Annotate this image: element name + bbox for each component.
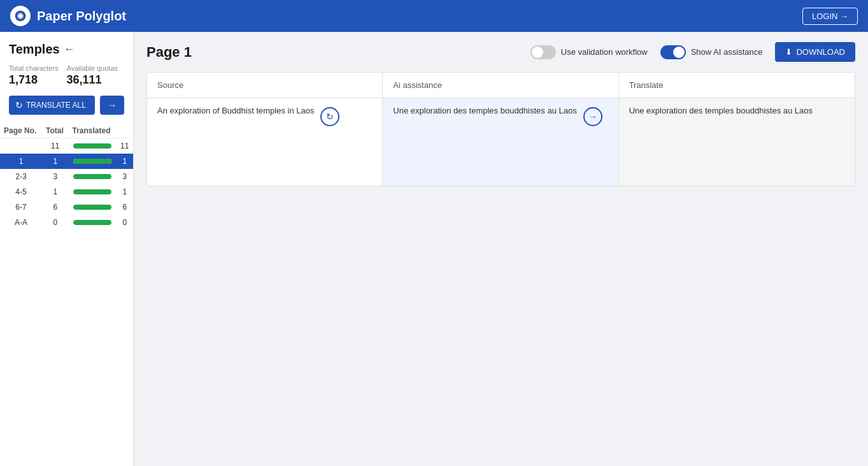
cell-translated: 6: [117, 200, 133, 215]
cell-total: 1: [42, 154, 68, 169]
cell-page: 6-7: [0, 200, 42, 215]
login-button[interactable]: LOGIN →: [802, 8, 858, 25]
rotate-icon: ↻: [326, 112, 334, 122]
table-row[interactable]: 6-766: [0, 200, 133, 215]
table-row[interactable]: 2-333: [0, 169, 133, 184]
cell-progress: [68, 215, 116, 230]
cell-progress: [68, 200, 116, 215]
ai-toggle-knob: [673, 47, 685, 58]
cell-total: 11: [42, 138, 68, 154]
ai-toggle-group: Show AI assistance: [660, 45, 763, 59]
cell-page: 2-3: [0, 169, 42, 184]
cell-translated: 1: [117, 184, 133, 200]
table-header-row: Page No. Total Translated: [0, 124, 133, 138]
translate-textarea[interactable]: [629, 106, 844, 176]
col-total: Total: [42, 124, 68, 138]
svg-point-1: [19, 15, 22, 18]
cell-translated: 1: [117, 154, 133, 169]
cell-page: 4-5: [0, 184, 42, 200]
quota-label: Available quotas: [67, 64, 125, 72]
page-title: Page 1: [146, 44, 192, 61]
column-headers: Source Ai assistance Translate: [147, 73, 855, 98]
source-text: An exploration of Buddhist temples in La…: [157, 106, 314, 115]
cell-total: 3: [42, 169, 68, 184]
cell-progress: [68, 184, 116, 200]
source-column: An exploration of Buddhist temples in La…: [147, 98, 383, 186]
total-chars-label: Total characters: [9, 64, 67, 72]
validation-toggle-knob: [532, 47, 543, 58]
translate-btn-row: ↻ TRANSLATE ALL →: [0, 96, 133, 124]
download-button[interactable]: ⬇ DOWNLOAD: [775, 42, 855, 62]
page-table: Page No. Total Translated 11111112-3334-…: [0, 124, 133, 230]
validation-toggle[interactable]: [530, 45, 556, 59]
cell-translated: 3: [117, 169, 133, 184]
translate-column: [619, 98, 855, 186]
translate-all-button[interactable]: ↻ TRANSLATE ALL: [9, 96, 95, 115]
main-content: Page 1 Use validation workflow Show AI a…: [134, 32, 868, 466]
source-arrow-button[interactable]: ↻: [320, 107, 339, 126]
sidebar-stats: Total characters 1,718 Available quotas …: [0, 64, 133, 96]
column-content: An exploration of Buddhist temples in La…: [147, 98, 855, 186]
source-col-header: Source: [147, 73, 383, 98]
translation-area: Source Ai assistance Translate An explor…: [146, 72, 855, 186]
cell-progress: [68, 169, 116, 184]
app-header: Paper Polyglot LOGIN →: [0, 0, 868, 32]
table-row[interactable]: A-A00: [0, 215, 133, 230]
cell-total: 1: [42, 184, 68, 200]
table-row[interactable]: 111: [0, 154, 133, 169]
translate-col-header: Translate: [619, 73, 855, 98]
ai-col-header: Ai assistance: [383, 73, 618, 98]
sidebar: Temples ← Total characters 1,718 Availab…: [0, 32, 134, 466]
total-chars-block: Total characters 1,718: [9, 64, 67, 87]
logo-icon: [10, 6, 31, 26]
validation-toggle-group: Use validation workflow: [530, 45, 648, 59]
cell-page: [0, 138, 42, 154]
translate-all-label: TRANSLATE ALL: [26, 101, 86, 110]
cell-progress: [68, 154, 116, 169]
page-actions: Use validation workflow Show AI assistan…: [530, 42, 855, 62]
sidebar-title-group: Temples ←: [0, 42, 133, 64]
quota-value: 36,111: [67, 73, 125, 87]
cell-translated: 0: [117, 215, 133, 230]
cell-page: A-A: [0, 215, 42, 230]
ai-column: Une exploration des temples bouddhistes …: [383, 98, 618, 186]
ai-arrow-button[interactable]: →: [583, 107, 602, 126]
project-title: Temples: [9, 42, 60, 57]
refresh-icon: ↻: [15, 100, 23, 110]
ai-text: Une exploration des temples bouddhistes …: [393, 106, 576, 115]
col-page-no: Page No.: [0, 124, 42, 138]
download-icon: ⬇: [785, 47, 792, 57]
col-translated: Translated: [68, 124, 116, 138]
col-count: [117, 124, 133, 138]
page-header: Page 1 Use validation workflow Show AI a…: [134, 32, 868, 72]
logo-text: Paper Polyglot: [37, 9, 126, 24]
cell-total: 6: [42, 200, 68, 215]
right-arrow-icon: →: [588, 112, 597, 122]
cell-page: 1: [0, 154, 42, 169]
quota-block: Available quotas 36,111: [67, 64, 125, 87]
ai-label: Show AI assistance: [691, 47, 763, 57]
cell-progress: [68, 138, 116, 154]
cell-total: 0: [42, 215, 68, 230]
ai-toggle[interactable]: [660, 45, 686, 59]
next-arrow-button[interactable]: →: [100, 96, 124, 115]
cell-translated: 11: [117, 138, 133, 154]
logo: Paper Polyglot: [10, 6, 126, 26]
back-arrow[interactable]: ←: [64, 43, 75, 56]
validation-label: Use validation workflow: [561, 47, 648, 57]
table-row[interactable]: 1111: [0, 138, 133, 154]
table-row[interactable]: 4-511: [0, 184, 133, 200]
total-chars-value: 1,718: [9, 73, 67, 87]
download-label: DOWNLOAD: [796, 47, 845, 57]
main-layout: Temples ← Total characters 1,718 Availab…: [0, 32, 868, 466]
